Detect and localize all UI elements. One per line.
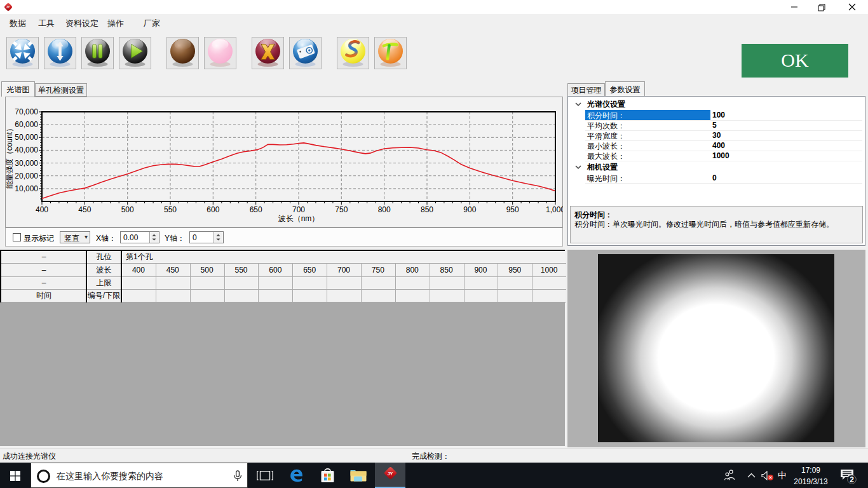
svg-text:20,000: 20,000 xyxy=(15,172,38,180)
svg-text:1,000: 1,000 xyxy=(546,205,563,214)
svg-text:750: 750 xyxy=(335,205,348,214)
svg-text:波长（nm）: 波长（nm） xyxy=(278,214,320,223)
svg-text:能量强度（count）: 能量强度（count） xyxy=(5,125,14,189)
svg-text:10,000: 10,000 xyxy=(15,184,38,193)
svg-text:950: 950 xyxy=(506,205,519,214)
svg-text:900: 900 xyxy=(463,205,476,214)
svg-text:550: 550 xyxy=(164,205,177,214)
svg-text:2: 2 xyxy=(850,475,854,484)
svg-text:40,000: 40,000 xyxy=(15,146,38,154)
svg-text:650: 650 xyxy=(250,205,262,214)
svg-text:800: 800 xyxy=(378,205,391,214)
svg-text:400: 400 xyxy=(36,205,48,214)
svg-text:700: 700 xyxy=(292,205,305,214)
svg-text:70,000: 70,000 xyxy=(15,107,38,116)
svg-text:600: 600 xyxy=(207,205,219,214)
svg-text:30,000: 30,000 xyxy=(15,159,38,168)
svg-text:60,000: 60,000 xyxy=(15,120,38,129)
svg-text:50,000: 50,000 xyxy=(15,133,38,142)
svg-text:500: 500 xyxy=(121,205,134,214)
svg-text:450: 450 xyxy=(78,205,91,214)
svg-text:850: 850 xyxy=(421,205,433,214)
